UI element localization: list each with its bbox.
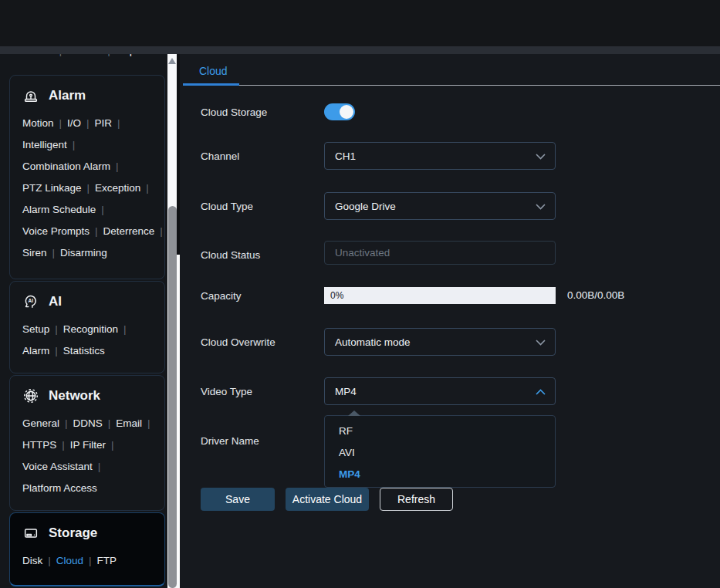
network-section-header: Network [22,387,157,405]
dropdown-caret-icon [348,411,360,416]
sidebar-link-cloud[interactable]: Cloud [56,555,83,566]
channel-select[interactable]: CH1 [324,142,556,170]
siren-icon [22,87,39,104]
scrollbar-track-sliver [177,255,180,588]
sidebar-link-platform-access[interactable]: Platform Access [22,482,97,494]
chevron-down-icon [536,204,546,210]
cloud-status-label: Cloud Status [201,249,260,261]
chevron-down-icon [536,154,546,160]
sidebar-link-disk[interactable]: Disk [22,555,42,566]
network-links-row: General|DDNS|Email| [22,413,157,434]
video-type-label: Video Type [201,386,252,397]
network-links-row: Platform Access [22,478,157,499]
activate-cloud-button[interactable]: Activate Cloud [286,488,369,511]
globe-icon [22,387,39,404]
sidebar-link-disarming[interactable]: Disarming [60,247,107,259]
sidebar-section-storage: Storage Disk|Cloud|FTP [9,512,165,586]
alarm-links-row: Intelligent| [22,134,157,156]
sidebar-link-combination-alarm[interactable]: Combination Alarm [22,161,110,172]
video-type-value: MP4 [335,386,357,397]
tab-cloud[interactable]: Cloud [199,65,228,77]
capacity-progress-bar: 0% [324,287,556,304]
sidebar-link-https[interactable]: HTTPS [22,439,56,451]
storage-section-title: Storage [49,525,97,541]
sidebar-section-alarm: Alarm Motion|I/O|PIR| Intelligent| Combi… [9,75,165,279]
sidebar-link-voice-assistant[interactable]: Voice Assistant [22,461,93,472]
driver-name-label: Driver Name [201,435,259,447]
video-type-option-rf[interactable]: RF [325,421,555,442]
sidebar-link-general[interactable]: General [22,417,59,429]
sidebar-link-voice-prompts[interactable]: Voice Prompts [22,225,90,237]
network-section-title: Network [49,388,100,404]
sidebar-section-ai: AI AI Setup|Recognition| Alarm|Statistic… [9,281,165,373]
sidebar-scrollbar [167,54,180,588]
capacity-label: Capacity [201,290,242,302]
alarm-links-row: Voice Prompts|Deterrence| [22,221,157,242]
sidebar-link-io[interactable]: I/O [67,117,81,129]
video-type-option-avi[interactable]: AVI [325,442,555,464]
sidebar-link-ptz-linkage[interactable]: PTZ Linkage [22,182,82,194]
sidebar-link-setup[interactable]: Setup [22,323,49,335]
scrollbar-thumb[interactable] [168,206,177,588]
alarm-section-header: Alarm [22,86,157,105]
ai-head-icon: AI [22,293,39,310]
refresh-button[interactable]: Refresh [380,488,453,511]
sidebar-link-alarm-schedule[interactable]: Alarm Schedule [22,204,96,215]
cloud-type-value: Google Drive [335,201,396,212]
storage-section-header: Storage [22,524,157,542]
sidebar-link-recognition[interactable]: Recognition [63,323,118,335]
sidebar-link-ai-alarm[interactable]: Alarm [22,345,49,357]
alarm-links-row: Alarm Schedule| [22,199,157,221]
cloud-status-input[interactable] [324,241,556,265]
drive-icon [22,525,39,542]
sidebar-link-ip-filter[interactable]: IP Filter [70,439,106,451]
alarm-links-row: Combination Alarm| [22,156,157,177]
cloud-storage-label: Cloud Storage [201,106,267,118]
tab-cloud-underline [183,83,239,86]
sidebar-link-motion[interactable]: Motion [22,117,54,129]
sidebar-link-deterrence[interactable]: Deterrence [103,225,155,237]
svg-text:AI: AI [29,298,34,303]
cloud-type-select[interactable]: Google Drive [324,192,556,220]
tabbar-divider [183,85,720,86]
sidebar-link-ftp[interactable]: FTP [97,555,117,566]
chevron-down-icon [536,340,546,346]
sidebar: Alarm Motion|I/O|PIR| Intelligent| Combi… [0,54,167,588]
video-type-dropdown: RF AVI MP4 [324,415,556,488]
storage-links-row: Disk|Cloud|FTP [22,550,157,572]
sidebar-link-exception[interactable]: Exception [95,182,140,194]
sidebar-link-intelligent[interactable]: Intelligent [22,139,67,150]
cloud-overwrite-select[interactable]: Automatic mode [324,328,556,356]
header-strip [0,46,720,54]
ai-section-header: AI AI [22,292,157,311]
channel-label: Channel [201,150,239,162]
video-type-option-mp4[interactable]: MP4 [325,464,555,485]
capacity-usage-text: 0.00B/0.00B [567,289,624,301]
alarm-section-title: Alarm [49,88,86,103]
capacity-percent: 0% [330,290,343,301]
ai-links-row: Alarm|Statistics [22,340,157,362]
cloud-type-label: Cloud Type [201,201,253,212]
save-button[interactable]: Save [201,488,275,511]
cloud-storage-toggle[interactable] [324,103,355,120]
sidebar-link-statistics[interactable]: Statistics [63,345,105,357]
alarm-links-row: Motion|I/O|PIR| [22,113,157,134]
top-black-bar [0,0,720,46]
sidebar-link-ddns[interactable]: DDNS [73,417,103,429]
channel-value: CH1 [335,150,356,162]
video-type-select[interactable]: MP4 [324,377,556,405]
cloud-overwrite-label: Cloud Overwrite [201,336,275,348]
scroll-up-arrow-icon[interactable] [168,58,176,64]
alarm-links-row: Siren|Disarming [22,242,157,264]
sidebar-link-siren[interactable]: Siren [22,247,47,259]
cloud-overwrite-value: Automatic mode [335,336,411,348]
toggle-knob [340,105,353,119]
ai-links-row: Setup|Recognition| [22,319,157,340]
sidebar-link-email[interactable]: Email [116,417,142,429]
network-links-row: HTTPS|IP Filter| [22,434,157,456]
cloud-settings-panel: Cloud Cloud Storage Channel CH1 Cloud Ty… [180,54,720,588]
network-links-row: Voice Assistant| [22,456,157,478]
alarm-links-row: PTZ Linkage|Exception| [22,177,157,199]
ai-section-title: AI [49,294,62,309]
sidebar-link-pir[interactable]: PIR [95,117,113,129]
